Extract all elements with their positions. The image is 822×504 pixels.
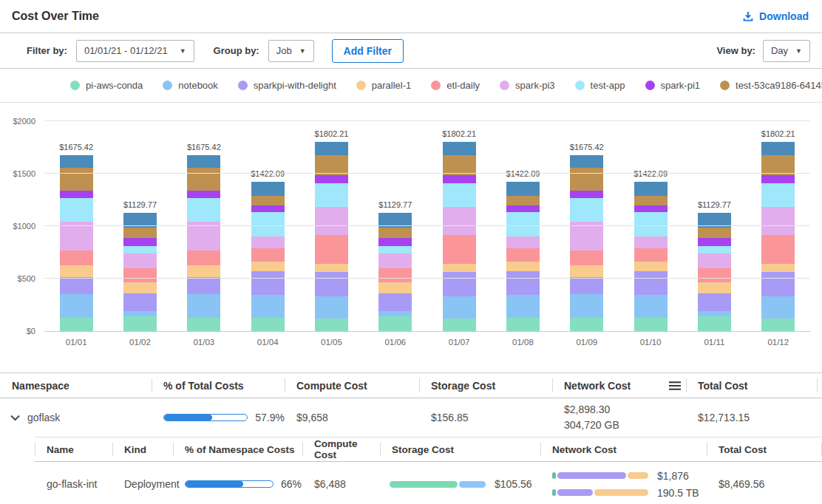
bar-segment-test-pkix[interactable] [506,182,540,196]
bar-segment-spark-pi1[interactable] [506,205,540,212]
bar-01/12[interactable] [761,142,795,331]
bar-segment-etl-daily[interactable] [378,268,412,283]
bar-segment-spark-pi3[interactable] [698,253,731,268]
bar-segment-parallel-1[interactable] [698,282,731,293]
bar-segment-test-53ca9186-64145[interactable] [634,196,668,205]
bar-segment-test-app[interactable] [443,183,476,207]
bar-segment-test-app[interactable] [378,246,412,253]
bar-segment-parallel-1[interactable] [315,264,348,273]
bar-segment-spark-pi3[interactable] [761,207,795,235]
chevron-down-icon[interactable] [10,415,20,421]
bar-segment-notebook[interactable] [251,295,285,319]
bar-segment-parallel-1[interactable] [251,262,285,271]
bar-segment-test-53ca9186-64145[interactable] [761,155,795,175]
bar-segment-test-app[interactable] [761,183,795,207]
bar-segment-notebook[interactable] [761,296,795,319]
bar-segment-test-53ca9186-64145[interactable] [315,155,348,175]
bar-segment-spark-pi1[interactable] [698,238,731,246]
group-by-select[interactable]: Job ▼ [268,40,314,62]
bar-01/11[interactable] [698,213,731,331]
bar-segment-parallel-1[interactable] [443,264,476,273]
bar-01/04[interactable] [251,182,285,331]
bar-segment-test-app[interactable] [698,246,731,253]
bar-segment-spark-pi1[interactable] [761,175,795,184]
bar-segment-test-app[interactable] [251,212,285,236]
bar-01/01[interactable] [60,155,93,331]
bar-segment-sparkpi-with-delight[interactable] [634,271,668,295]
bar-segment-notebook[interactable] [378,311,412,316]
bar-segment-spark-pi1[interactable] [443,175,476,184]
bar-segment-test-app[interactable] [634,212,668,236]
bar-segment-pi-aws-conda[interactable] [251,318,285,331]
bar-segment-test-53ca9186-64145[interactable] [187,168,220,191]
bar-01/03[interactable] [187,155,220,331]
bar-segment-pi-aws-conda[interactable] [761,319,795,331]
bar-segment-pi-aws-conda[interactable] [378,316,412,331]
bar-segment-pi-aws-conda[interactable] [187,318,220,331]
bar-01/10[interactable] [634,182,668,331]
column-menu-icon[interactable] [656,373,686,398]
bar-segment-spark-pi3[interactable] [506,236,540,248]
bar-segment-etl-daily[interactable] [761,235,795,263]
bar-segment-notebook[interactable] [506,295,540,319]
bar-01/02[interactable] [123,213,157,331]
bar-segment-spark-pi3[interactable] [443,207,476,235]
bar-segment-notebook[interactable] [60,294,93,318]
bar-segment-spark-pi1[interactable] [570,191,603,198]
bar-segment-spark-pi3[interactable] [634,236,668,248]
bar-segment-pi-aws-conda[interactable] [634,318,668,331]
bar-segment-parallel-1[interactable] [761,264,795,273]
bar-segment-sparkpi-with-delight[interactable] [60,277,93,294]
legend-item-parallel-1[interactable]: parallel-1 [356,80,411,91]
bar-segment-test-53ca9186-64145[interactable] [123,228,157,237]
bar-01/07[interactable] [443,142,476,331]
bar-segment-test-pkix[interactable] [634,182,668,196]
bar-segment-etl-daily[interactable] [60,251,93,265]
legend-item-spark-pi1[interactable]: spark-pi1 [645,80,700,91]
bar-segment-spark-pi1[interactable] [60,191,93,198]
bar-segment-test-53ca9186-64145[interactable] [570,168,603,191]
bar-segment-etl-daily[interactable] [123,268,157,283]
bar-segment-spark-pi1[interactable] [378,238,412,246]
bar-segment-test-app[interactable] [187,198,220,222]
legend-item-test-app[interactable]: test-app [575,80,625,91]
bar-segment-test-53ca9186-64145[interactable] [60,168,93,191]
bar-segment-sparkpi-with-delight[interactable] [506,271,540,295]
bar-segment-spark-pi3[interactable] [251,236,285,248]
bar-segment-spark-pi1[interactable] [187,191,220,198]
bar-segment-pi-aws-conda[interactable] [123,316,157,331]
bar-01/09[interactable] [570,155,603,331]
bar-segment-sparkpi-with-delight[interactable] [443,272,476,296]
bar-segment-sparkpi-with-delight[interactable] [698,293,731,312]
bar-01/05[interactable] [315,142,348,331]
namespace-expander[interactable]: goflask [0,412,152,423]
bar-segment-test-app[interactable] [123,246,157,253]
bar-01/06[interactable] [378,213,412,331]
bar-segment-notebook[interactable] [123,311,157,316]
bar-segment-parallel-1[interactable] [123,282,157,293]
bar-segment-pi-aws-conda[interactable] [570,318,603,331]
bar-segment-etl-daily[interactable] [698,268,731,283]
bar-segment-test-53ca9186-64145[interactable] [378,228,412,237]
bar-segment-test-pkix[interactable] [251,182,285,196]
bar-segment-pi-aws-conda[interactable] [443,319,476,331]
bar-segment-notebook[interactable] [634,295,668,319]
legend-item-etl-daily[interactable]: etl-daily [431,80,480,91]
date-range-select[interactable]: 01/01/21 - 01/12/21 ▼ [76,40,194,62]
bar-segment-sparkpi-with-delight[interactable] [187,277,220,294]
bar-segment-test-53ca9186-64145[interactable] [506,196,540,205]
legend-item-test-53ca9186-64145[interactable]: test-53ca9186-64145 [720,80,822,91]
bar-segment-parallel-1[interactable] [506,262,540,271]
bar-segment-notebook[interactable] [443,296,476,319]
bar-segment-sparkpi-with-delight[interactable] [123,293,157,312]
bar-segment-test-pkix[interactable] [761,142,795,155]
bar-segment-test-pkix[interactable] [315,142,348,155]
bar-segment-notebook[interactable] [315,296,348,319]
bar-segment-spark-pi3[interactable] [315,207,348,235]
bar-segment-test-pkix[interactable] [60,155,93,168]
bar-segment-test-pkix[interactable] [187,155,220,168]
bar-segment-sparkpi-with-delight[interactable] [251,271,285,295]
bar-segment-etl-daily[interactable] [634,248,668,262]
bar-segment-sparkpi-with-delight[interactable] [761,272,795,296]
bar-segment-test-53ca9186-64145[interactable] [251,196,285,205]
